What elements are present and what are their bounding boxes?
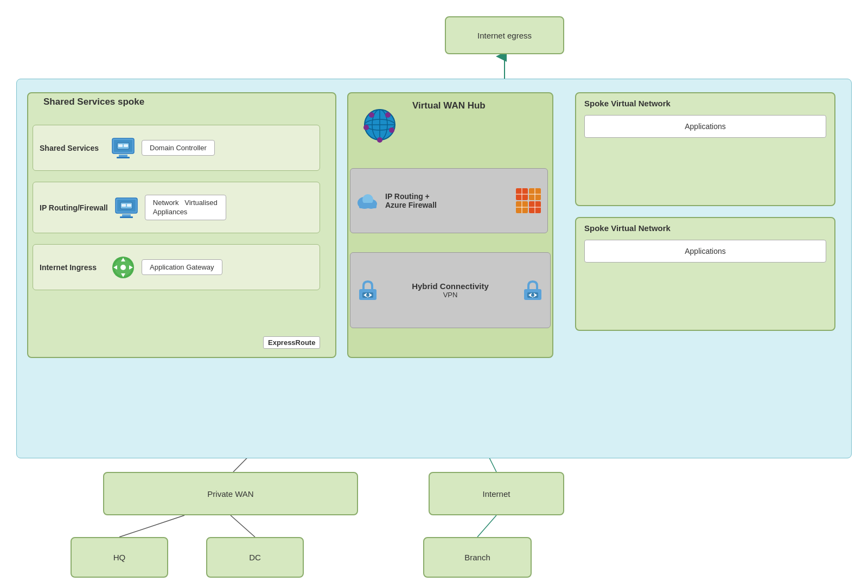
network-appliances-box: Network VirtualisedAppliances <box>145 195 226 221</box>
internet-box: Internet <box>429 472 564 515</box>
svg-rect-24 <box>124 144 128 147</box>
shared-services-label: Shared Services <box>40 144 105 152</box>
svg-rect-19 <box>119 155 127 157</box>
branch-label: Branch <box>464 553 490 562</box>
svg-line-12 <box>477 515 496 537</box>
spoke-vnet-1-apps: Applications <box>584 115 826 138</box>
gateway-icon <box>110 254 136 280</box>
svg-rect-26 <box>122 214 131 216</box>
shared-services-row: Shared Services Domain Controller <box>33 125 320 171</box>
svg-rect-23 <box>118 144 123 147</box>
private-wan-label: Private WAN <box>207 489 253 498</box>
internet-egress-box: Internet egress <box>445 16 564 54</box>
svg-point-45 <box>385 112 391 118</box>
cloud-icon <box>356 191 380 210</box>
svg-rect-31 <box>127 204 131 207</box>
domain-controller-box: Domain Controller <box>142 140 215 156</box>
hq-label: HQ <box>113 553 126 562</box>
application-gateway-box: Application Gateway <box>142 259 222 275</box>
svg-rect-30 <box>122 204 126 207</box>
internet-ingress-label: Internet Ingress <box>40 263 105 272</box>
private-wan-box: Private WAN <box>103 472 358 515</box>
internet-label: Internet <box>483 489 510 498</box>
svg-point-38 <box>120 265 126 270</box>
svg-line-15 <box>119 515 184 537</box>
hybrid-vpn-label: VPN <box>443 291 458 299</box>
dc-label: DC <box>249 553 261 562</box>
svg-rect-27 <box>120 216 133 218</box>
svg-rect-20 <box>117 157 130 158</box>
internet-egress-label: Internet egress <box>477 31 532 40</box>
ip-routing-azure-firewall-box: IP Routing +Azure Firewall <box>350 168 548 233</box>
svg-point-78 <box>531 293 534 297</box>
spoke-vnet-2-apps: Applications <box>584 240 826 263</box>
ip-routing-row: IP Routing/Firewall Network VirtualisedA… <box>33 182 320 233</box>
shared-services-spoke-title: Shared Services spoke <box>43 97 144 107</box>
spoke-vnet-2: Spoke Virtual Network Applications <box>575 217 835 331</box>
spoke-vnet-1-label: Spoke Virtual Network <box>576 93 834 111</box>
svg-line-16 <box>231 515 255 537</box>
spoke-vnet-2-label: Spoke Virtual Network <box>576 218 834 235</box>
ip-routing-text: IP Routing +Azure Firewall <box>385 192 509 209</box>
svg-point-71 <box>366 293 369 297</box>
lock-icon-right <box>521 278 545 302</box>
expressroute-label: ExpressRoute <box>263 336 320 349</box>
monitor-icon-2 <box>113 195 139 221</box>
svg-point-46 <box>363 125 369 130</box>
dc-box: DC <box>206 537 304 578</box>
svg-point-47 <box>377 137 382 143</box>
svg-rect-52 <box>359 203 376 208</box>
hq-box: HQ <box>71 537 168 578</box>
monitor-icon-1 <box>110 135 136 161</box>
vwan-hub-title: Virtual WAN Hub <box>412 100 486 111</box>
spoke-vnet-1: Spoke Virtual Network Applications <box>575 92 835 206</box>
branch-box: Branch <box>423 537 532 578</box>
hybrid-connectivity-title: Hybrid Connectivity <box>412 282 489 291</box>
diagram-container: Internet egress Shared Services spoke Sh… <box>0 0 868 588</box>
ip-routing-label: IP Routing/Firewall <box>40 203 108 212</box>
svg-point-48 <box>389 127 394 133</box>
internet-ingress-row: Internet Ingress Application Gateway <box>33 244 320 290</box>
globe-icon <box>358 103 401 146</box>
hybrid-connectivity-box: Hybrid Connectivity VPN <box>350 252 551 328</box>
svg-point-44 <box>369 112 374 118</box>
lock-icon-left <box>356 278 380 302</box>
firewall-icon <box>515 187 542 214</box>
